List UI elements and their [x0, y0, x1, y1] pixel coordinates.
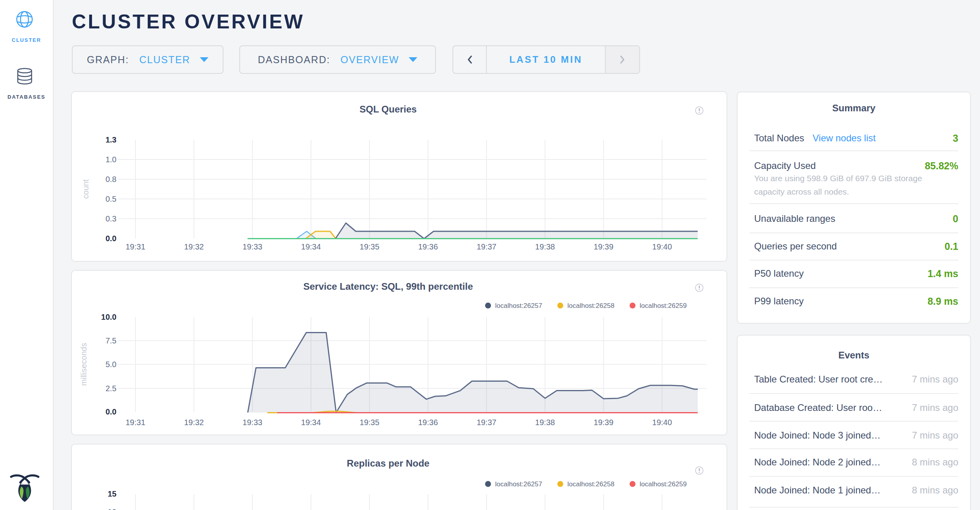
svg-text:19:37: 19:37: [477, 418, 496, 427]
svg-text:10.0: 10.0: [101, 313, 116, 321]
svg-text:10: 10: [108, 508, 116, 510]
svg-text:7.5: 7.5: [105, 336, 116, 345]
svg-text:19:32: 19:32: [184, 418, 204, 427]
svg-text:localhost:26259: localhost:26259: [640, 480, 687, 488]
svg-text:0.3: 0.3: [105, 214, 116, 223]
svg-text:localhost:26259: localhost:26259: [640, 302, 687, 309]
svg-text:0.0: 0.0: [105, 234, 116, 243]
svg-text:count: count: [81, 179, 90, 199]
svg-text:19:33: 19:33: [242, 418, 262, 427]
svg-text:19:39: 19:39: [594, 242, 614, 251]
svg-text:localhost:26257: localhost:26257: [495, 480, 542, 488]
svg-text:19:35: 19:35: [360, 418, 379, 427]
svg-text:19:33: 19:33: [242, 242, 262, 251]
svg-text:19:31: 19:31: [126, 418, 145, 427]
svg-text:19:32: 19:32: [184, 242, 204, 251]
svg-text:19:38: 19:38: [535, 242, 555, 251]
svg-text:2.5: 2.5: [105, 384, 116, 393]
svg-text:1.3: 1.3: [105, 135, 116, 144]
svg-text:19:40: 19:40: [652, 242, 672, 251]
svg-text:1.0: 1.0: [105, 155, 116, 164]
svg-text:localhost:26258: localhost:26258: [567, 480, 614, 488]
svg-text:19:36: 19:36: [418, 418, 438, 427]
svg-text:19:31: 19:31: [126, 242, 145, 251]
svg-text:0.0: 0.0: [105, 407, 116, 416]
svg-text:19:40: 19:40: [652, 418, 672, 427]
svg-text:0.5: 0.5: [105, 195, 116, 203]
svg-text:15: 15: [108, 489, 116, 498]
svg-text:19:38: 19:38: [535, 418, 555, 427]
svg-text:19:39: 19:39: [594, 418, 614, 427]
svg-text:19:35: 19:35: [360, 242, 379, 251]
svg-text:localhost:26258: localhost:26258: [567, 302, 614, 309]
svg-text:19:34: 19:34: [301, 418, 321, 427]
svg-text:19:36: 19:36: [418, 242, 438, 251]
svg-text:0.8: 0.8: [105, 175, 116, 184]
svg-text:milliseconds: milliseconds: [79, 343, 88, 386]
svg-text:5.0: 5.0: [105, 360, 116, 369]
svg-text:19:37: 19:37: [477, 242, 496, 251]
svg-text:localhost:26257: localhost:26257: [495, 302, 542, 309]
svg-text:19:34: 19:34: [301, 242, 321, 251]
